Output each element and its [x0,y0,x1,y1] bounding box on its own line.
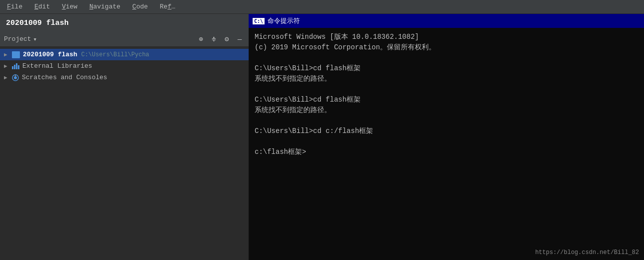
cmd-line-12: c:\flash框架> [255,147,638,157]
tree-arrow-scratches: ▶ [4,74,10,81]
tree-item-libraries[interactable]: ▶ External Libraries [0,60,249,72]
cmd-link: https://blog.csdn.net/Bill_82 [535,248,639,257]
folder-icon [12,51,20,58]
project-toolbar: Project ▾ ⊕ ≑ ⚙ — [0,32,249,47]
svg-point-1 [14,76,17,79]
menu-re[interactable]: Ref… [157,2,178,11]
cmd-line-2: (c) 2019 Microsoft Corporation。保留所有权利。 [255,42,638,53]
cmd-line-11 [255,136,638,147]
project-tree: ▶ 20201009 flash C:\Users\Bill\Pycha ▶ E… [0,47,249,260]
tree-item-scratches[interactable]: ▶ Scratches and Consoles [0,72,249,83]
minimize-icon[interactable]: — [235,34,245,44]
tree-scratches-label: Scratches and Consoles [22,74,107,81]
tree-arrow-project: ▶ [4,51,10,58]
menu-file[interactable]: File [4,2,25,11]
project-title-text: 20201009 flash [6,19,69,27]
project-label-text: Project [4,35,31,43]
menu-navigate[interactable]: Navigate [87,2,123,11]
main-area: 20201009 flash Project ▾ ⊕ ≑ ⚙ — ▶ 20201… [0,14,644,260]
toolbar-icons: ⊕ ≑ ⚙ — [196,34,245,44]
project-title: 20201009 flash [0,14,249,32]
tree-project-name: 20201009 flash [23,51,77,58]
menu-code[interactable]: Code [129,2,151,11]
tree-item-project[interactable]: ▶ 20201009 flash C:\Users\Bill\Pycha [0,49,249,60]
cmd-line-7: C:\Users\Bill>cd flash框架 [255,95,638,105]
menu-view[interactable]: View [59,2,80,11]
tree-project-path: C:\Users\Bill\Pycha [81,51,149,58]
cmd-line-9 [255,116,638,126]
project-dropdown-arrow: ▾ [33,35,37,43]
collapse-icon[interactable]: ≑ [209,34,219,44]
settings-icon[interactable]: ⚙ [222,34,232,44]
cmd-line-1: Microsoft Windows [版本 10.0.18362.1082] [255,32,638,42]
project-label[interactable]: Project ▾ [4,35,37,43]
cmd-line-4: C:\Users\Bill>cd flash框架 [255,63,638,74]
cmd-content[interactable]: Microsoft Windows [版本 10.0.18362.1082] (… [249,28,644,260]
cmd-line-10: C:\Users\Bill>cd c:/flash框架 [255,126,638,136]
cmd-titlebar: C:\ 命令提示符 [249,14,644,28]
cmd-line-8: 系统找不到指定的路径。 [255,105,638,116]
cmd-panel: C:\ 命令提示符 Microsoft Windows [版本 10.0.183… [249,14,644,260]
cmd-title-text: 命令提示符 [268,16,300,25]
tree-libraries-label: External Libraries [22,62,92,70]
cmd-icon: C:\ [253,18,265,24]
cmd-line-3 [255,53,638,63]
scratches-icon [12,74,19,81]
add-icon[interactable]: ⊕ [196,34,206,44]
menu-edit[interactable]: Edit [31,2,53,11]
cmd-line-5: 系统找不到指定的路径。 [255,74,638,84]
libraries-icon [12,63,19,69]
ide-panel: 20201009 flash Project ▾ ⊕ ≑ ⚙ — ▶ 20201… [0,14,249,260]
tree-arrow-libraries: ▶ [4,63,10,69]
menu-bar: File Edit View Navigate Code Ref… [0,0,644,14]
cmd-line-6 [255,84,638,95]
